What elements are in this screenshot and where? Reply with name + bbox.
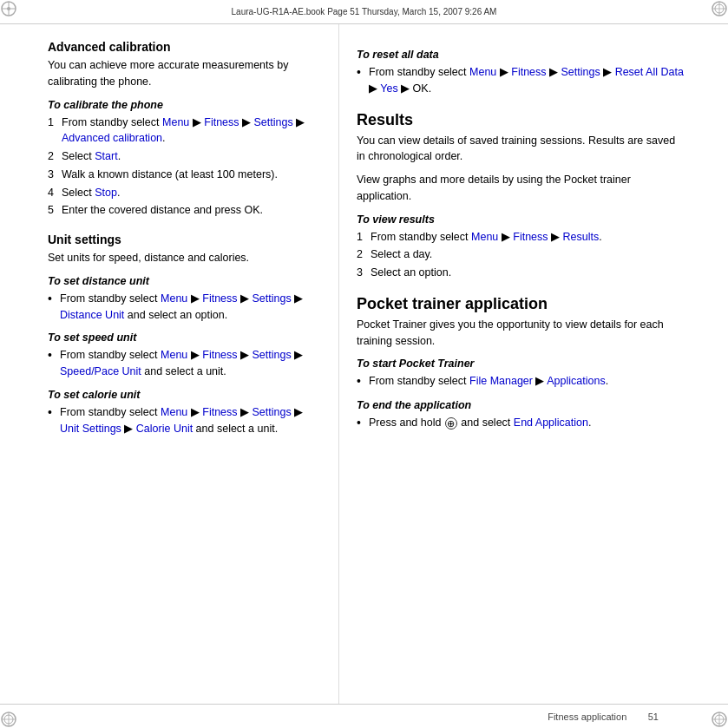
distance-unit-list: • From standby select Menu ▶ Fitness ▶ S… bbox=[48, 291, 321, 324]
pocket-trainer-body: Pocket Trainer gives you the opportunity… bbox=[357, 317, 685, 350]
results-body1: You can view details of saved training s… bbox=[357, 133, 685, 166]
view-results-list: 1 From standby select Menu ▶ Fitness ▶ R… bbox=[357, 229, 685, 281]
header-bar: Laura-UG-R1A-AE.book Page 51 Thursday, M… bbox=[0, 0, 728, 24]
calibrate-step-1: 1 From standby select Menu ▶ Fitness ▶ S… bbox=[48, 115, 321, 148]
results-heading: Results bbox=[357, 111, 685, 129]
speed-unit-list: • From standby select Menu ▶ Fitness ▶ S… bbox=[48, 347, 321, 380]
calorie-unit-subheading: To set calorie unit bbox=[48, 389, 321, 401]
speed-unit-subheading: To set speed unit bbox=[48, 331, 321, 344]
reset-data-item: • From standby select Menu ▶ Fitness ▶ S… bbox=[357, 64, 685, 97]
page-container: Laura-UG-R1A-AE.book Page 51 Thursday, M… bbox=[0, 0, 728, 728]
view-results-step-1: 1 From standby select Menu ▶ Fitness ▶ R… bbox=[357, 229, 685, 246]
speed-unit-item: • From standby select Menu ▶ Fitness ▶ S… bbox=[48, 347, 321, 380]
end-application-subheading: To end the application bbox=[357, 399, 685, 411]
reset-data-list: • From standby select Menu ▶ Fitness ▶ S… bbox=[357, 64, 685, 97]
calibrate-step-5: 5 Enter the covered distance and press O… bbox=[48, 202, 321, 219]
view-results-subheading: To view results bbox=[357, 213, 685, 226]
header-text: Laura-UG-R1A-AE.book Page 51 Thursday, M… bbox=[232, 7, 497, 16]
results-body2: View graphs and more details by using th… bbox=[357, 172, 685, 205]
end-application-list: • Press and hold ⊕ and select End Applic… bbox=[357, 415, 685, 432]
calibrate-step-2: 2 Select Start. bbox=[48, 148, 321, 165]
svg-point-3 bbox=[7, 7, 10, 10]
end-application-item: • Press and hold ⊕ and select End Applic… bbox=[357, 415, 685, 432]
advanced-calibration-heading: Advanced calibration bbox=[48, 40, 321, 54]
right-column: To reset all data • From standby select … bbox=[338, 24, 728, 704]
start-pocket-trainer-list: • From standby select File Manager ▶ App… bbox=[357, 373, 685, 390]
calibrate-step-4: 4 Select Stop. bbox=[48, 185, 321, 201]
view-results-step-2: 2 Select a day. bbox=[357, 246, 685, 263]
calorie-unit-item: • From standby select Menu ▶ Fitness ▶ S… bbox=[48, 404, 321, 437]
start-pocket-trainer-item: • From standby select File Manager ▶ App… bbox=[357, 373, 685, 390]
nav-icon: ⊕ bbox=[445, 417, 457, 430]
footer-label: Fitness application 51 bbox=[548, 712, 659, 722]
footer-bar: Fitness application 51 bbox=[0, 704, 728, 728]
distance-unit-item: • From standby select Menu ▶ Fitness ▶ S… bbox=[48, 291, 321, 324]
calibrate-step-3: 3 Walk a known distance (at least 100 me… bbox=[48, 167, 321, 183]
distance-unit-subheading: To set distance unit bbox=[48, 275, 321, 287]
calibrate-steps-list: 1 From standby select Menu ▶ Fitness ▶ S… bbox=[48, 115, 321, 220]
view-results-step-3: 3 Select an option. bbox=[357, 265, 685, 281]
left-column: Advanced calibration You can achieve mor… bbox=[0, 24, 338, 704]
calibrate-phone-subheading: To calibrate the phone bbox=[48, 99, 321, 111]
advanced-calibration-body: You can achieve more accurate measuremen… bbox=[48, 57, 321, 90]
calorie-unit-list: • From standby select Menu ▶ Fitness ▶ S… bbox=[48, 404, 321, 437]
reset-data-subheading: To reset all data bbox=[357, 49, 685, 61]
main-content: Advanced calibration You can achieve mor… bbox=[0, 24, 728, 704]
unit-settings-body: Set units for speed, distance and calori… bbox=[48, 250, 321, 266]
start-pocket-trainer-subheading: To start Pocket Trainer bbox=[357, 357, 685, 370]
unit-settings-heading: Unit settings bbox=[48, 233, 321, 246]
pocket-trainer-heading: Pocket trainer application bbox=[357, 295, 685, 313]
